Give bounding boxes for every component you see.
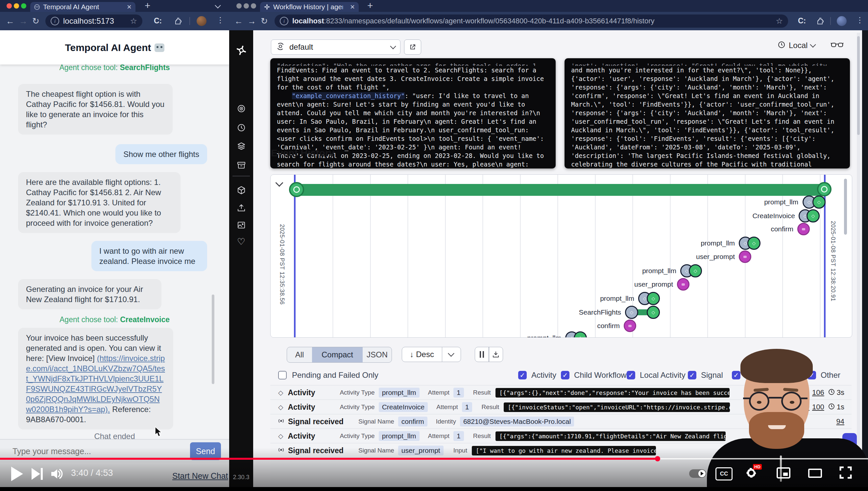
timeline-scrollbar[interactable] [844, 179, 847, 235]
user-message-choose: I want to go with air new zealand. Pleas… [91, 241, 207, 271]
temporal-logo-icon[interactable] [236, 45, 247, 57]
tab-close-icon[interactable]: × [350, 2, 355, 11]
batch-layers-icon[interactable] [237, 142, 246, 152]
view-tab-all[interactable]: All [287, 347, 312, 362]
browser-tab-workflow-history[interactable]: Workflow History | agent-wor × [260, 2, 359, 12]
video-progress-bar[interactable] [0, 457, 868, 460]
autoplay-toggle[interactable] [689, 469, 706, 478]
zoom-window-button[interactable] [21, 3, 26, 8]
minimize-window-button[interactable] [14, 3, 19, 8]
person-hair [740, 349, 813, 383]
workflow-result-code-panel[interactable]: 'next': 'question', 'response': "Great! … [564, 58, 850, 169]
pending-checkbox[interactable] [278, 371, 287, 379]
download-button[interactable] [489, 351, 503, 358]
browser-menu-icon[interactable]: ⋮ [856, 16, 864, 24]
timeline-activity-marker[interactable] [739, 237, 761, 250]
fullscreen-button[interactable] [839, 466, 852, 481]
type-filter-activity[interactable]: ✓Activity [518, 371, 556, 380]
timeline-card: prompt_llm CreateInvoice confirm prompt_… [270, 174, 852, 338]
browser-menu-icon[interactable]: ⋮ [216, 16, 224, 24]
site-info-icon[interactable]: i [51, 17, 59, 25]
feedback-image-icon[interactable] [237, 221, 246, 231]
bookmark-star-icon[interactable]: ☆ [130, 17, 137, 26]
view-tab-compact[interactable]: Compact [312, 347, 363, 362]
heart-icon[interactable]: ♡ [237, 236, 245, 247]
local-activity-checkbox[interactable]: ✓ [627, 371, 635, 379]
workflow-end-marker[interactable] [817, 182, 832, 197]
new-tab-button[interactable]: + [367, 1, 373, 10]
settings-gear-icon[interactable]: HD [745, 467, 757, 481]
person-beard [749, 412, 804, 449]
reload-button[interactable]: ↻ [32, 17, 39, 25]
volume-icon[interactable] [50, 467, 64, 482]
new-tab-button[interactable]: + [145, 1, 151, 10]
minimize-window-button[interactable] [244, 3, 249, 8]
next-button[interactable] [32, 468, 45, 480]
play-button[interactable] [11, 467, 23, 481]
labs-cube-icon[interactable] [237, 185, 246, 196]
timeline-activity-marker[interactable] [565, 331, 587, 338]
timeline-signal-marker[interactable] [677, 278, 689, 291]
person-eye-left [757, 401, 762, 404]
type-filter-child-workflow[interactable]: ✓Child Workflow [561, 371, 627, 380]
view-tab-json[interactable]: JSON [363, 347, 392, 362]
address-bar[interactable]: i localhost:8233/namespaces/default/work… [275, 15, 788, 28]
browser-tab-temporal-ai-agent[interactable]: Temporal AI Agent × [30, 2, 135, 12]
sort-chevron-icon[interactable] [448, 350, 454, 357]
reload-button[interactable]: ↻ [261, 17, 268, 25]
back-button[interactable]: ← [235, 17, 243, 25]
collapse-timeline-chevron-icon[interactable] [275, 179, 283, 186]
labs-glasses-icon[interactable] [831, 41, 843, 50]
person-glasses [747, 392, 808, 412]
player-controls: 3:40 / 4:53 CC HD [0, 462, 868, 487]
chat-scrollbar[interactable] [212, 294, 214, 384]
zoom-window-button[interactable] [251, 3, 256, 8]
miniplayer-button[interactable] [777, 467, 790, 480]
timezone-select[interactable]: Local [778, 41, 815, 50]
extension-icon[interactable]: C: [798, 17, 806, 25]
page-title: Temporal AI Agent [0, 42, 229, 53]
workflows-eye-icon[interactable] [237, 104, 246, 115]
pending-failed-filter[interactable]: Pending and Failed Only [278, 371, 378, 380]
child-workflow-checkbox[interactable]: ✓ [561, 371, 569, 379]
extensions-puzzle-icon[interactable] [816, 17, 824, 25]
progress-scrubber[interactable] [655, 456, 660, 461]
extension-icon[interactable]: C: [154, 17, 162, 25]
timeline-activity-marker[interactable] [625, 306, 660, 319]
tab-close-icon[interactable]: × [127, 2, 131, 11]
extensions-puzzle-icon[interactable] [174, 17, 182, 25]
temporal-favicon-icon [264, 4, 270, 10]
bookmark-star-icon[interactable]: ☆ [776, 17, 783, 26]
schedules-clock-icon[interactable] [237, 123, 246, 134]
import-upload-icon[interactable] [237, 203, 246, 214]
back-button[interactable]: ← [6, 17, 14, 25]
forward-button[interactable]: → [19, 17, 28, 25]
signal-checkbox[interactable]: ✓ [688, 371, 696, 379]
timeline-signal-marker[interactable] [739, 251, 751, 263]
activity-checkbox[interactable]: ✓ [518, 371, 527, 379]
site-info-icon[interactable]: i [280, 17, 288, 25]
theater-mode-button[interactable] [808, 469, 822, 479]
forward-button[interactable]: → [248, 17, 256, 25]
profile-avatar[interactable] [837, 16, 847, 26]
timeline-activity-marker[interactable] [799, 209, 820, 223]
workflow-execution-bar[interactable] [296, 184, 824, 196]
timeline-item-label: confirm [597, 322, 620, 330]
open-namespace-button[interactable] [404, 39, 421, 55]
close-window-button[interactable] [7, 3, 12, 8]
timeline-activity-marker[interactable] [803, 196, 826, 209]
profile-avatar[interactable] [197, 16, 207, 26]
address-bar[interactable]: i localhost:5173 ☆ [45, 15, 143, 28]
sort-desc-button[interactable]: ↓ Desc [402, 347, 461, 362]
type-filter-local-activity[interactable]: ✓Local Activity [627, 371, 685, 380]
timeline-activity-marker[interactable] [680, 264, 702, 278]
timeline-signal-marker[interactable] [797, 223, 810, 235]
archive-box-icon[interactable] [237, 161, 246, 171]
timeline-activity-marker[interactable] [638, 292, 660, 305]
workflow-start-marker[interactable] [289, 182, 304, 197]
captions-button[interactable]: CC [715, 467, 733, 481]
pause-button[interactable] [475, 351, 489, 358]
close-window-button[interactable] [237, 3, 242, 8]
tab-search-chevron-icon[interactable] [215, 2, 221, 8]
timeline-signal-marker[interactable] [624, 320, 636, 332]
